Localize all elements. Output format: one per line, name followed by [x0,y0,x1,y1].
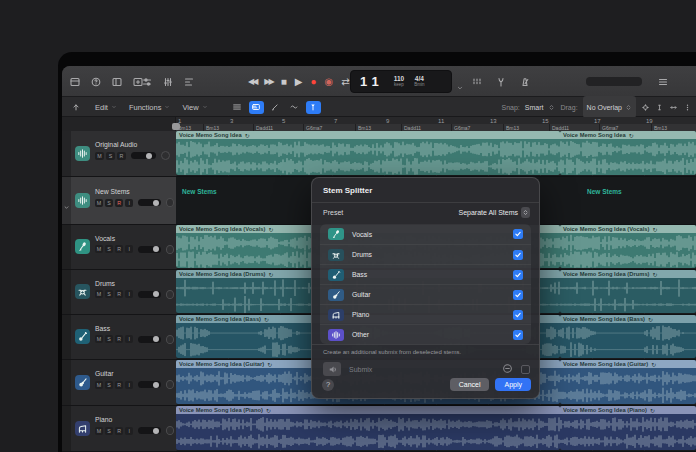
chord-marker[interactable]: Dadd11 [402,124,452,131]
volume-knob[interactable] [153,200,159,206]
track-name[interactable]: Bass [95,325,174,332]
tuner-icon[interactable] [494,75,508,89]
audio-region[interactable]: Voice Memo Song Idea (Piano)↻ [176,406,560,450]
chord-marker[interactable]: Bm13 [504,124,550,131]
track-name[interactable]: New Stems [95,188,174,195]
mute-button[interactable]: M [95,199,103,207]
solo-button[interactable]: S [105,290,113,298]
input-monitor-button[interactable]: I [125,245,133,253]
solo-button[interactable]: S [105,335,113,343]
submix-checkbox-disabled[interactable] [521,365,530,374]
stem-row-bass[interactable]: Bass [320,264,531,284]
metronome-icon[interactable] [518,75,532,89]
audio-region[interactable]: Voice Memo Song Idea (Drums)↻ [560,270,696,313]
record-enable-button[interactable]: R [115,381,123,389]
track-lane-piano[interactable]: Voice Memo Song Idea (Piano)↻Voice Memo … [176,406,696,452]
flex-button[interactable] [287,101,302,114]
volume-knob[interactable] [153,336,159,342]
solo-button[interactable]: S [105,381,113,389]
drag-mode-select[interactable]: No Overlap [583,96,636,118]
play-button[interactable]: ▶ [295,77,303,87]
stem-row-other[interactable]: Other [320,324,531,344]
track-lane-original-audio[interactable]: Voice Memo Song Idea↻Voice Memo Song Ide… [176,131,696,177]
input-monitor-button[interactable]: I [125,335,133,343]
track-header-new-stems[interactable]: New StemsMSRI [62,177,176,225]
chord-marker[interactable]: Dadd11 [550,124,600,131]
input-monitor-button[interactable]: I [125,290,133,298]
track-name[interactable]: Drums [95,280,174,287]
volume-knob[interactable] [153,382,159,388]
audio-region[interactable]: Voice Memo Song Idea (Bass)↻ [560,315,696,358]
record-enable-button[interactable]: R [117,152,126,160]
stem-checkbox[interactable] [513,330,523,340]
stem-checkbox[interactable] [513,290,523,300]
stem-row-drums[interactable]: Drums [320,244,531,264]
pan-knob[interactable] [161,151,170,160]
width-icon[interactable] [669,98,678,116]
stem-row-piano[interactable]: Piano [320,304,531,324]
input-monitor-button[interactable]: I [125,199,133,207]
pan-knob[interactable] [166,290,174,299]
pan-knob[interactable] [166,335,174,344]
track-header-original-audio[interactable]: Original AudioMSR [62,131,176,177]
input-monitor-button[interactable]: I [125,427,133,435]
track-name[interactable]: Vocals [95,235,174,242]
pan-knob[interactable] [166,426,174,435]
track-header-vocals[interactable]: VocalsMSRI [62,225,176,270]
track-name[interactable]: Piano [95,416,174,423]
audio-region[interactable]: Voice Memo Song Idea (Guitar)↻ [560,360,696,404]
track-header-guitar[interactable]: GuitarMSRI [62,360,176,406]
record-enable-button[interactable]: R [115,199,123,207]
record-enable-button[interactable]: R [115,335,123,343]
stack-disclosure-icon[interactable] [63,197,70,215]
capture-recording-button[interactable]: ◉ [324,77,333,87]
input-monitor-button[interactable]: I [125,381,133,389]
track-name[interactable]: Original Audio [95,141,174,148]
more-icon[interactable] [683,98,692,116]
chord-marker[interactable]: G6ma7 [304,124,356,131]
solo-button[interactable]: S [105,427,113,435]
smart-controls-icon[interactable] [140,75,154,89]
stop-button[interactable]: ■ [281,77,287,87]
chord-marker[interactable]: Bm13 [652,124,696,131]
track-header-drums[interactable]: DrumsMSRI [62,270,176,315]
pan-knob[interactable] [166,245,174,254]
inspector-icon[interactable] [110,75,124,89]
master-volume-slider[interactable] [586,77,642,86]
mute-button[interactable]: M [95,152,104,160]
mute-button[interactable]: M [95,427,103,435]
stem-checkbox[interactable] [513,270,523,280]
crosshair-icon[interactable] [641,98,650,116]
apply-button[interactable]: Apply [495,378,531,391]
snap-stepper-icon[interactable] [548,98,555,116]
quick-help-icon[interactable] [89,75,103,89]
solo-button[interactable]: S [106,152,115,160]
playhead-handle[interactable] [172,123,180,130]
hide-panel-arrow-icon[interactable] [68,101,83,114]
playhead-tool-button[interactable] [306,101,321,114]
stem-checkbox[interactable] [513,310,523,320]
audio-region[interactable]: Voice Memo Song Idea↻ [176,131,560,175]
chord-marker[interactable]: Bm13 [176,124,204,131]
lcd-chevron-down-icon[interactable] [456,78,464,96]
snap-value[interactable]: Smart [525,104,544,111]
solo-button[interactable]: S [105,245,113,253]
rewind-button[interactable]: ◀◀ [248,78,256,86]
menu-edit[interactable]: Edit [95,103,117,112]
cycle-button[interactable]: ⇄ [341,77,349,87]
menu-view[interactable]: View [182,103,207,112]
chord-marker[interactable]: Bm13 [204,124,254,131]
chord-marker[interactable]: G6ma7 [452,124,504,131]
tracks-grid-button[interactable] [230,101,245,114]
mute-button[interactable]: M [95,381,103,389]
stem-checkbox[interactable] [513,229,523,239]
chord-marker[interactable]: G6ma7 [600,124,652,131]
audio-region[interactable]: Voice Memo Song Idea↻ [560,131,696,175]
list-icon[interactable] [656,75,670,89]
pan-knob[interactable] [166,380,174,389]
volume-knob[interactable] [153,246,159,252]
lcd-display[interactable]: 11 110 keep 4/4 Bmin [350,70,452,93]
volume-slider[interactable] [138,199,160,206]
mute-button[interactable]: M [95,290,103,298]
chord-marker[interactable]: Dadd11 [254,124,304,131]
